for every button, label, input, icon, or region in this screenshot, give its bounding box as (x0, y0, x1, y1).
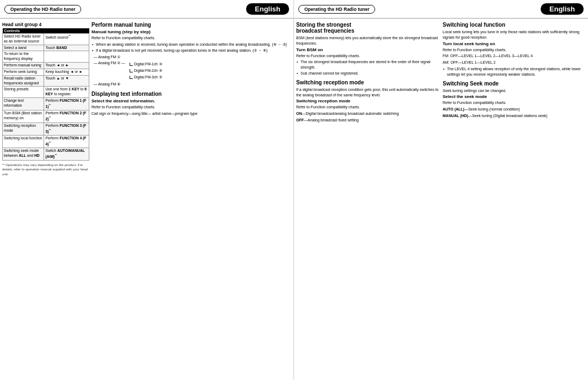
switching-reception-title: Switching reception mode (296, 79, 439, 85)
table-cell: Select a band (3, 45, 44, 51)
table-cell: Perform seek tuning (3, 69, 44, 75)
fm-branch-1: Digital FM-1ch ③ (130, 62, 162, 66)
fm-diagram: — Analog FM ① — Analog FM ② — Digital FM… (94, 55, 291, 87)
fm-branch-3: Digital FM-3ch ⑤ (130, 75, 162, 79)
bsm-bullet2: Sub channel cannot be registered. (296, 71, 439, 76)
table-row: Storing presets Use one from 1 KEY to 6 … (3, 87, 89, 98)
am-levels: AM: OFF—LEVEL 1—LEVEL 2 (443, 60, 586, 65)
table-row: Turn BSM (Best station memory) on Perfor… (3, 111, 89, 123)
table-cell: Keep touching ◄ or ► (44, 69, 89, 75)
fm-label-1: — Analog FM ① (94, 55, 127, 59)
displaying-body1: Refer to Function compatibility charts. (91, 105, 291, 110)
switching-off-line: OFF—Analog broadcast fixed setting (296, 118, 439, 123)
seek-sub: Select the seek mode (443, 94, 586, 99)
page2-header: Operating the HD Radio tuner English (294, 0, 588, 19)
table-cell: Turn BSM (Best station memory) on (3, 111, 44, 123)
page2-left-col: Storing the strongestbroadcast frequenci… (296, 22, 439, 377)
page1-header-title: Operating the HD Radio tuner (4, 5, 81, 14)
local-bullet: The LEVEL 4 setting allows reception of … (443, 66, 586, 77)
controls-header: Controls (3, 28, 89, 34)
table-cell: Recall radio station frequencies assigne… (3, 75, 44, 87)
footnote-text: *¹ Operations may vary depending on the … (2, 163, 88, 176)
perform-manual-title: Perform manual tuning (91, 22, 291, 28)
table-cell (44, 51, 89, 63)
storing-title: Storing the strongestbroadcast frequenci… (296, 22, 439, 34)
fm-row-1: — Analog FM ① (94, 55, 291, 59)
table-cell: Touch BAND (44, 45, 89, 51)
switching-reception-sub-body: Refer to Function compatibility charts. (296, 105, 439, 110)
turn-local-title: Turn local seek tuning on (443, 41, 586, 46)
head-unit-title: Head unit group 4 (2, 22, 89, 27)
table-row: Select a band Touch BAND (3, 45, 89, 51)
page1-right-col: Perform manual tuning Manual tuning (ste… (91, 22, 291, 377)
page1-content: Head unit group 4 Controls Select HD Rad… (0, 19, 293, 380)
page2-english-text: English (549, 5, 575, 13)
page2-english-badge: English (541, 3, 584, 15)
footnote: *¹ Operations may vary depending on the … (2, 163, 89, 177)
fm-branch-2: Digital FM-2ch ④ (130, 69, 162, 73)
bsm-bullet1: The six strongest broadcast frequencies … (296, 59, 439, 70)
table-cell: Touch ◄ or ► (44, 63, 89, 69)
controls-table: Controls Select HD Radio tuner as an ext… (2, 28, 89, 161)
table-cell: Change text information (3, 98, 44, 111)
turn-bsm-title: Turn BSM on (296, 47, 439, 52)
page-1: Operating the HD Radio tuner English Hea… (0, 0, 294, 380)
switching-local-title: Switching local function (443, 22, 586, 28)
table-cell: Storing presets (3, 87, 44, 98)
switching-reception-sub: Switching reception mode (296, 99, 439, 103)
table-cell: Perform FUNCTION 3 (F 3)*² (44, 122, 89, 135)
table-cell: Perform FUNCTION 1 (F 1)*² (44, 98, 89, 111)
page2-right-col: Switching local function Local seek tuni… (443, 22, 586, 377)
page1-english-badge: English (246, 3, 289, 15)
page1-title-text: Operating the HD Radio tuner (10, 7, 75, 12)
displaying-title: Displaying text information (91, 91, 291, 97)
table-cell: To return to the frequency display (3, 51, 44, 63)
fm-levels: FM: OFF—LEVEL 1—LEVEL 2—LEVEL 3—LEVEL 4 (443, 53, 586, 59)
table-row: Perform seek tuning Keep touching ◄ or ► (3, 69, 89, 75)
page1-english-text: English (255, 5, 280, 13)
fm-label-2: — Analog FM ② — (94, 61, 127, 65)
table-cell: Perform manual tuning (3, 63, 44, 69)
page2-content: Storing the strongestbroadcast frequenci… (294, 19, 588, 380)
page1-left-col: Head unit group 4 Controls Select HD Rad… (2, 22, 89, 377)
manual-sub: Manual tuning (step by step) (91, 29, 291, 34)
table-cell: Perform FUNCTION 4 (F 4)*² (44, 135, 89, 148)
table-cell: Switching seek mode between ALL and HD (3, 148, 44, 160)
seek-auto-line: AUTO (ALL)—Seek tuning (normal condition… (443, 107, 586, 112)
table-cell: Select HD Radio tuner as an external sou… (3, 34, 44, 45)
table-row: Change text information Perform FUNCTION… (3, 98, 89, 111)
displaying-body2: Call sign or frequency—song title— artis… (91, 111, 291, 117)
manual-bullet2: If a digital broadcast is not yet receiv… (91, 48, 291, 53)
table-row: Recall radio station frequencies assigne… (3, 75, 89, 87)
table-cell: Switching local function (3, 135, 44, 148)
fm-row-6: — Analog FM ⑥ (94, 82, 291, 87)
table-cell: Switch AUTO/MANUAL (A/M)*² (44, 148, 89, 160)
displaying-sub: Select the desired information. (91, 99, 291, 103)
table-row: Switching reception mode Perform FUNCTIO… (3, 122, 89, 135)
turn-local-body: Refer to Function compatibility charts. (443, 47, 586, 53)
table-row: Switching local function Perform FUNCTIO… (3, 135, 89, 148)
seek-manual-line: MANUAL (HD)—Seek tuning (Digital broadca… (443, 113, 586, 119)
controls-tbody: Select HD Radio tuner as an external sou… (3, 34, 89, 161)
switching-reception-body: If a digital broadcast reception conditi… (296, 87, 439, 98)
storing-body: BSM (best stations memory) lets you auto… (296, 35, 439, 46)
fm-row-2: — Analog FM ② — Digital FM-1ch ③ Digital… (94, 61, 291, 81)
table-row: Perform manual tuning Touch ◄ or ► (3, 63, 89, 69)
switching-seek-title: Switching Seek mode (443, 81, 586, 87)
fm-branch-box: Digital FM-1ch ③ Digital FM-2ch ④ Digita… (130, 61, 162, 81)
table-cell: Use one from 1 KEY to 6 KEY to register. (44, 87, 89, 98)
switching-seek-body: Seek tuning settings can be changed. (443, 88, 586, 94)
page2-title-text: Operating the HD Radio tuner (304, 7, 369, 12)
table-row: Switching seek mode between ALL and HD S… (3, 148, 89, 160)
switching-local-body: Local seek tuning lets you tune in only … (443, 29, 586, 40)
page1-header: Operating the HD Radio tuner English (0, 0, 293, 19)
table-cell: Switch source*² (44, 34, 89, 45)
table-cell: Perform FUNCTION 2 (F 2)*² (44, 111, 89, 123)
manual-body1: Refer to Function compatibility charts. (91, 35, 291, 41)
table-row: Select HD Radio tuner as an external sou… (3, 34, 89, 45)
switching-on-line: ON—Digital broadcast/analog broadcast au… (296, 111, 439, 117)
page2-header-title: Operating the HD Radio tuner (298, 5, 375, 14)
table-cell: Switching reception mode (3, 122, 44, 135)
manual-bullet1: When an analog station is received, tuni… (91, 42, 291, 47)
page-2: Operating the HD Radio tuner English Sto… (294, 0, 588, 380)
